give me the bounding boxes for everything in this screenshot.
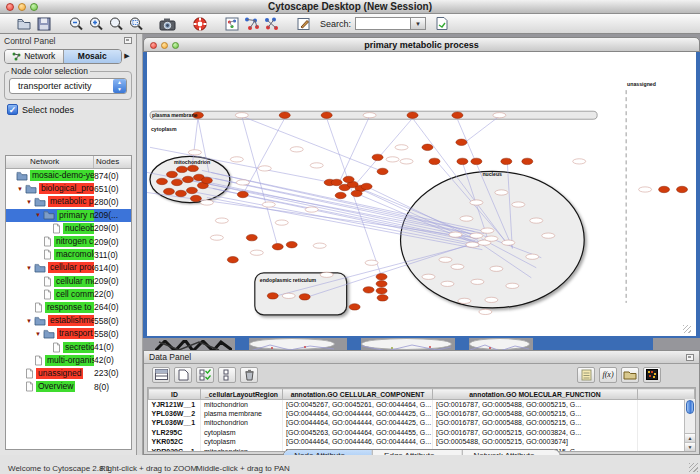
table-cell[interactable]: [GO:0045267, GO:0045261, GO:0044464, G..… [283, 400, 433, 409]
zoom-selected-icon[interactable] [106, 15, 126, 33]
network-node[interactable] [246, 234, 257, 240]
network-node[interactable] [272, 243, 283, 249]
expand-triangle-icon[interactable]: ▼ [17, 185, 25, 193]
network-node[interactable] [187, 165, 198, 171]
zoom-out-icon[interactable] [66, 15, 86, 33]
tree-row[interactable]: ▼establishment of lo558(0) [6, 314, 131, 327]
table-cell[interactable]: YDR039C__1 [149, 446, 201, 452]
layout-network-icon[interactable] [242, 15, 262, 33]
zoom-button[interactable] [30, 3, 38, 11]
table-vertical-scrollbar[interactable]: ▲ ▼ [684, 399, 695, 451]
table-cell[interactable]: YJR121W__1 [149, 400, 201, 409]
network-node[interactable] [182, 176, 193, 182]
network-node[interactable] [335, 192, 346, 198]
tree-column-network[interactable]: Network [6, 156, 94, 168]
network-node[interactable] [422, 144, 433, 150]
network-node[interactable] [279, 112, 290, 118]
network-node[interactable] [349, 304, 360, 310]
attribute-table-icon[interactable] [152, 367, 170, 383]
network-node[interactable] [186, 187, 197, 193]
scroll-up-arrow[interactable]: ▲ [685, 434, 695, 443]
table-cell[interactable]: plasma membrane [201, 409, 283, 418]
net-zoom-button[interactable] [172, 42, 179, 49]
tree-row[interactable]: ▼biological_process651(0) [6, 182, 131, 195]
network-node[interactable] [407, 112, 418, 118]
table-cell[interactable]: [GO:0016787, GO:0005488, GO:0005215, G..… [433, 400, 638, 409]
network-node[interactable] [377, 295, 388, 301]
function-builder-icon[interactable]: f(x) [599, 367, 617, 383]
network-node[interactable] [321, 112, 332, 118]
heatmap-icon[interactable] [643, 367, 661, 383]
table-cell[interactable]: YKR052C [149, 437, 201, 446]
import-attributes-icon[interactable] [621, 367, 639, 383]
expand-triangle-icon[interactable]: ▼ [26, 317, 34, 325]
tree-row[interactable]: ▼cellular process614(0) [6, 261, 131, 274]
tree-row[interactable]: secretion41(0) [6, 340, 131, 353]
canvas-resize-grip[interactable] [683, 325, 691, 333]
network-edge[interactable] [327, 118, 382, 277]
network-node[interactable] [376, 274, 387, 280]
network-node[interactable] [351, 190, 362, 196]
table-cell[interactable]: YPL036W__1 [149, 418, 201, 427]
network-node[interactable] [175, 190, 186, 196]
network-edge[interactable] [462, 116, 499, 144]
network-node[interactable] [171, 179, 182, 185]
search-apply-icon[interactable] [432, 15, 452, 33]
table-row[interactable]: YLR295Ccytoplasm[GO:0045263, GO:0044464,… [149, 428, 695, 437]
column-header-molecular-function[interactable]: annotation.GO MOLECULAR_FUNCTION [433, 389, 638, 400]
network-canvas[interactable]: plasma membrane cytoplasm mitochondrion … [143, 52, 700, 338]
network-node[interactable] [237, 191, 248, 197]
network-node[interactable] [429, 158, 440, 164]
network-edge[interactable] [355, 118, 413, 185]
network-node[interactable] [361, 183, 372, 189]
table-cell[interactable]: [GO:0044464, GO:0044446, GO:0044444, G..… [283, 437, 433, 446]
zoom-fit-icon[interactable] [126, 15, 146, 33]
table-cell[interactable]: YPL036W__2 [149, 409, 201, 418]
table-row[interactable]: YJR121W__1mitochondrion[GO:0045267, GO:0… [149, 400, 695, 409]
net-minimize-button[interactable] [161, 42, 168, 49]
tab-network[interactable]: Network [5, 50, 64, 63]
table-cell[interactable]: [GO:0044464, GO:0044444, GO:0044425, G..… [283, 409, 433, 418]
zoom-in-icon[interactable] [86, 15, 106, 33]
table-cell[interactable]: [GO:0016787, GO:0005215, GO:0003824, G..… [433, 428, 638, 437]
expand-triangle-icon[interactable]: ▼ [26, 264, 34, 272]
table-cell[interactable]: [GO:0045263, GO:0044464, GO:0044455, G..… [283, 428, 433, 437]
tree-row[interactable]: cell communicat22(0) [6, 288, 131, 301]
table-cell[interactable]: mitochondrion [201, 418, 283, 427]
network-node[interactable] [267, 293, 278, 299]
expand-triangle-icon[interactable]: ▼ [26, 198, 34, 206]
network-node[interactable] [176, 166, 187, 172]
table-cell[interactable]: cytoplasm [201, 428, 283, 437]
table-row[interactable]: YPL036W__1mitochondrion[GO:0044464, GO:0… [149, 418, 695, 427]
annotation-icon[interactable] [294, 15, 314, 33]
search-dropdown-button[interactable]: ▼ [411, 17, 426, 30]
network-node[interactable] [471, 158, 482, 164]
table-row[interactable]: YKR052Ccytoplasm[GO:0044464, GO:0044446,… [149, 437, 695, 446]
network-node[interactable] [501, 158, 512, 164]
tree-row[interactable]: nitrogen compo209(0) [6, 235, 131, 248]
table-cell[interactable]: mitochondrion [201, 400, 283, 409]
network-node[interactable] [677, 186, 688, 192]
select-attributes-icon[interactable] [196, 367, 214, 383]
network-node[interactable] [156, 178, 167, 184]
table-cell[interactable]: YLR295C [149, 428, 201, 437]
network-node[interactable] [363, 287, 374, 293]
network-view-titlebar[interactable]: primary metabolic process [143, 37, 700, 52]
network-node[interactable] [377, 168, 388, 174]
tree-row[interactable]: ▼primary metabol209(... [6, 209, 131, 222]
network-node[interactable] [376, 288, 387, 294]
table-cell[interactable]: [GO:0044464, GO:0044444, GO:0044425, G..… [283, 418, 433, 427]
new-attribute-icon[interactable] [174, 367, 192, 383]
select-nodes-checkbox[interactable]: ✓ [7, 104, 18, 115]
network-node[interactable] [163, 188, 174, 194]
layout-network-alt-icon[interactable] [262, 15, 282, 33]
open-session-icon[interactable] [14, 15, 34, 33]
window-resize-grip[interactable] [689, 463, 698, 472]
tree-row[interactable]: macromolecule311(0) [6, 248, 131, 261]
show-attributes-icon[interactable] [218, 367, 236, 383]
delete-attribute-icon[interactable] [240, 367, 258, 383]
network-node[interactable] [299, 294, 310, 300]
network-node[interactable] [522, 158, 533, 164]
table-cell[interactable]: [GO:0016787, GO:0005488, GO:0005215, G..… [433, 418, 638, 427]
tree-row[interactable]: multi-organism pro42(0) [6, 354, 131, 367]
